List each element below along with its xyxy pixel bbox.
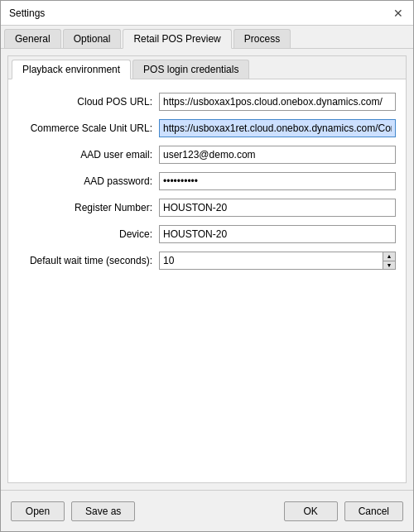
- cancel-button[interactable]: Cancel: [344, 501, 403, 521]
- spinner-buttons: ▲ ▼: [383, 252, 396, 270]
- device-row: Device:: [18, 225, 396, 243]
- register-number-input[interactable]: [159, 199, 396, 217]
- commerce-scale-unit-url-row: Commerce Scale Unit URL:: [18, 119, 396, 137]
- aad-password-input[interactable]: [159, 172, 396, 190]
- ok-button[interactable]: OK: [284, 501, 338, 521]
- cloud-pos-url-label: Cloud POS URL:: [18, 96, 159, 108]
- default-wait-time-row: Default wait time (seconds): ▲ ▼: [18, 252, 396, 270]
- default-wait-time-label: Default wait time (seconds):: [18, 255, 159, 266]
- open-button[interactable]: Open: [11, 501, 65, 521]
- cloud-pos-url-input[interactable]: [159, 93, 396, 111]
- register-number-row: Register Number:: [18, 199, 396, 217]
- default-wait-time-input[interactable]: [159, 252, 383, 270]
- aad-user-email-label: AAD user email:: [18, 149, 159, 161]
- spinner-up-button[interactable]: ▲: [383, 252, 395, 261]
- device-input[interactable]: [159, 225, 396, 243]
- tab-playback-environment[interactable]: Playback environment: [12, 60, 131, 79]
- tab-retail-pos-preview[interactable]: Retail POS Preview: [123, 29, 231, 49]
- content-area: Playback environment POS login credentia…: [1, 49, 413, 490]
- aad-user-email-row: AAD user email:: [18, 146, 396, 164]
- register-number-label: Register Number:: [18, 202, 159, 213]
- close-icon[interactable]: ✕: [392, 7, 405, 20]
- settings-window: Settings ✕ General Optional Retail POS P…: [0, 0, 414, 532]
- form-area: Cloud POS URL: Commerce Scale Unit URL: …: [8, 79, 406, 482]
- commerce-scale-unit-url-input[interactable]: [159, 119, 396, 137]
- top-tab-bar: General Optional Retail POS Preview Proc…: [1, 26, 413, 49]
- default-wait-time-spinner: ▲ ▼: [159, 252, 396, 270]
- cloud-pos-url-row: Cloud POS URL:: [18, 93, 396, 111]
- tab-optional[interactable]: Optional: [63, 29, 122, 48]
- footer: Open Save as OK Cancel: [1, 490, 413, 531]
- footer-right: OK Cancel: [284, 501, 403, 521]
- footer-left: Open Save as: [11, 501, 135, 521]
- title-bar: Settings ✕: [1, 1, 413, 26]
- tab-general[interactable]: General: [4, 29, 61, 48]
- device-label: Device:: [18, 228, 159, 240]
- save-as-button[interactable]: Save as: [71, 501, 135, 521]
- aad-password-label: AAD password:: [18, 175, 159, 187]
- tab-process[interactable]: Process: [233, 29, 291, 48]
- aad-user-email-input[interactable]: [159, 146, 396, 164]
- inner-tab-bar: Playback environment POS login credentia…: [8, 56, 406, 79]
- window-title: Settings: [9, 7, 45, 19]
- inner-panel: Playback environment POS login credentia…: [7, 55, 407, 483]
- tab-pos-login-credentials[interactable]: POS login credentials: [132, 60, 249, 79]
- commerce-scale-unit-url-label: Commerce Scale Unit URL:: [18, 122, 159, 134]
- spinner-down-button[interactable]: ▼: [383, 261, 395, 270]
- aad-password-row: AAD password:: [18, 172, 396, 190]
